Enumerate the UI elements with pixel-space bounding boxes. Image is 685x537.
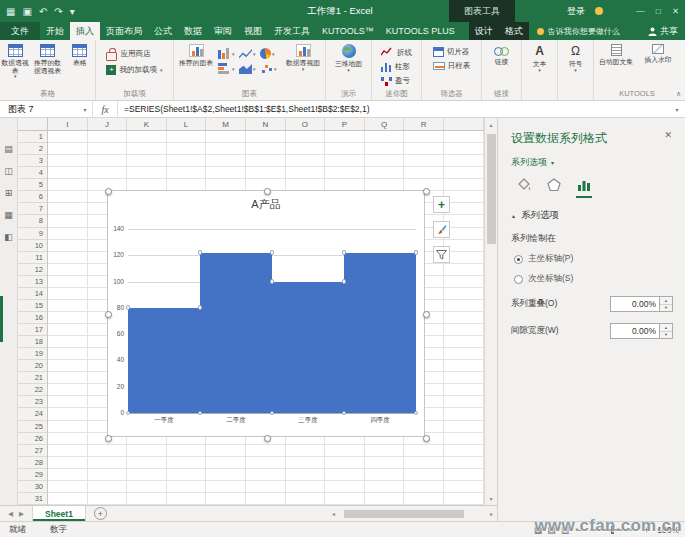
horizontal-scrollbar-thumb[interactable]	[344, 510, 464, 518]
tab-格式[interactable]: 格式	[499, 22, 529, 40]
row-header-8[interactable]: 8	[18, 215, 47, 227]
row-header-9[interactable]: 9	[18, 228, 47, 240]
redo-icon[interactable]: ↷	[54, 6, 62, 17]
primary-axis-radio[interactable]: 主坐标轴(P)	[498, 245, 685, 265]
insert-scatter-chart-button[interactable]: ▾	[260, 61, 281, 76]
gap-width-input[interactable]	[610, 323, 660, 339]
series-point-handle[interactable]	[198, 411, 203, 416]
select-all-corner[interactable]	[18, 118, 48, 131]
chart-object[interactable]: A产品 020406080100120140一季度二季度三季度四季度	[107, 190, 425, 437]
chart-selection-handle[interactable]	[105, 311, 112, 318]
spinner-up-icon[interactable]: ▲	[660, 297, 672, 305]
series-point-handle[interactable]	[270, 250, 275, 255]
row-header-15[interactable]: 15	[18, 300, 47, 312]
formula-input[interactable]: =SERIES(Sheet1!$A$2,Sheet1!$B$1:$E$1,She…	[118, 104, 669, 114]
secondary-axis-radio[interactable]: 次坐标轴(S)	[498, 265, 685, 285]
row-header-24[interactable]: 24	[18, 408, 47, 420]
close-button[interactable]: ✕	[672, 6, 679, 16]
insert-bar-chart-button[interactable]: ▾	[218, 61, 239, 76]
tab-开始[interactable]: 开始	[40, 22, 70, 40]
nav-insert-icon[interactable]: ⊞	[5, 188, 13, 198]
insert-column-chart-button[interactable]: ▾	[218, 46, 239, 61]
column-header-M[interactable]: M	[206, 118, 246, 130]
series-point-handle[interactable]	[270, 411, 275, 416]
scroll-left-icon[interactable]: ◂	[332, 509, 335, 519]
row-header-25[interactable]: 25	[18, 421, 47, 433]
chart-filters-button[interactable]	[433, 246, 450, 263]
insert-pie-chart-button[interactable]: ▾	[260, 46, 281, 61]
series-options-section-header[interactable]: ▲ 系列选项	[498, 198, 685, 222]
series-point-handle[interactable]	[126, 305, 131, 310]
series-options-tab[interactable]	[576, 177, 592, 198]
row-header-10[interactable]: 10	[18, 240, 47, 252]
sparkline-winloss-button[interactable]: 盈亏	[381, 76, 412, 86]
horizontal-scrollbar[interactable]: ◂ ▸	[330, 509, 495, 519]
row-header-7[interactable]: 7	[18, 203, 47, 215]
pivottable-button[interactable]: 数据透视表▾	[0, 42, 30, 79]
column-header-P[interactable]: P	[325, 118, 365, 130]
tab-file[interactable]: 文件	[0, 22, 40, 40]
row-header-23[interactable]: 23	[18, 396, 47, 408]
spinner-down-icon[interactable]: ▼	[660, 332, 672, 339]
tab-插入[interactable]: 插入	[70, 22, 100, 40]
row-header-31[interactable]: 31	[18, 493, 47, 505]
row-header-12[interactable]: 12	[18, 264, 47, 276]
row-header-13[interactable]: 13	[18, 276, 47, 288]
sheet-tab-sheet1[interactable]: Sheet1	[32, 506, 86, 521]
series-bar[interactable]	[272, 282, 344, 413]
series-point-handle[interactable]	[270, 279, 275, 284]
recommended-charts-button[interactable]: 推荐的图表	[176, 42, 216, 67]
fill-line-tab[interactable]	[516, 177, 532, 198]
row-header-1[interactable]: 1	[18, 131, 47, 143]
row-header-18[interactable]: 18	[18, 336, 47, 348]
row-header-28[interactable]: 28	[18, 457, 47, 469]
app-icon[interactable]: ▦	[6, 6, 15, 17]
vertical-scrollbar-thumb[interactable]	[487, 134, 496, 244]
formula-bar-expand-icon[interactable]: ▾	[669, 106, 685, 113]
undo-icon[interactable]: ↶	[39, 6, 47, 17]
row-header-16[interactable]: 16	[18, 312, 47, 324]
series-point-handle[interactable]	[342, 411, 347, 416]
sheet-nav-left-icon[interactable]: ◀	[8, 510, 13, 518]
column-header-I[interactable]: I	[48, 118, 88, 130]
insert-line-chart-button[interactable]: ▾	[239, 46, 260, 61]
recommended-pivottables-button[interactable]: 推荐的数据透视表	[32, 42, 62, 74]
tell-me[interactable]: 告诉我你想要做什么	[537, 22, 620, 40]
chart-selection-handle[interactable]	[264, 188, 271, 195]
chart-selection-handle[interactable]	[423, 188, 430, 195]
sparkline-column-button[interactable]: 柱形	[381, 62, 412, 72]
autotext-button[interactable]: 自动图文集	[596, 42, 636, 66]
my-addins-button[interactable]: + 我的加载项 ▾	[106, 65, 162, 75]
row-header-29[interactable]: 29	[18, 469, 47, 481]
column-header-K[interactable]: K	[127, 118, 167, 130]
tab-开发工具[interactable]: 开发工具	[268, 22, 316, 40]
scroll-right-icon[interactable]: ▸	[490, 509, 493, 519]
vertical-scrollbar[interactable]: ▴ ▾	[484, 118, 497, 505]
chart-selection-handle[interactable]	[105, 435, 112, 442]
row-header-5[interactable]: 5	[18, 179, 47, 191]
column-header-Q[interactable]: Q	[365, 118, 405, 130]
sign-in-button[interactable]: 登录	[567, 0, 585, 22]
row-header-26[interactable]: 26	[18, 433, 47, 445]
row-header-20[interactable]: 20	[18, 360, 47, 372]
row-header-21[interactable]: 21	[18, 372, 47, 384]
name-box-caret-icon[interactable]: ▾	[78, 106, 92, 113]
column-header-O[interactable]: O	[286, 118, 326, 130]
row-header-22[interactable]: 22	[18, 384, 47, 396]
chart-elements-button[interactable]: +	[433, 196, 450, 213]
name-box[interactable]: 图表 7	[0, 103, 78, 116]
slicer-button[interactable]: 切片器	[433, 47, 471, 57]
symbols-button[interactable]: Ω 符号▾	[559, 42, 593, 73]
new-sheet-button[interactable]: +	[94, 507, 107, 520]
nav-column-icon[interactable]: ◧	[4, 232, 13, 242]
pane-close-icon[interactable]: ✕	[661, 130, 675, 140]
insert-area-chart-button[interactable]: ▾	[239, 61, 260, 76]
row-header-2[interactable]: 2	[18, 143, 47, 155]
chart-selection-handle[interactable]	[423, 435, 430, 442]
insert-watermark-button[interactable]: 插入水印	[638, 42, 678, 64]
timeline-button[interactable]: 日程表	[433, 61, 471, 71]
column-header-extra[interactable]	[444, 118, 484, 130]
series-point-handle[interactable]	[342, 279, 347, 284]
series-point-handle[interactable]	[414, 250, 419, 255]
pane-category-dropdown[interactable]: 系列选项 ▾	[498, 147, 685, 169]
